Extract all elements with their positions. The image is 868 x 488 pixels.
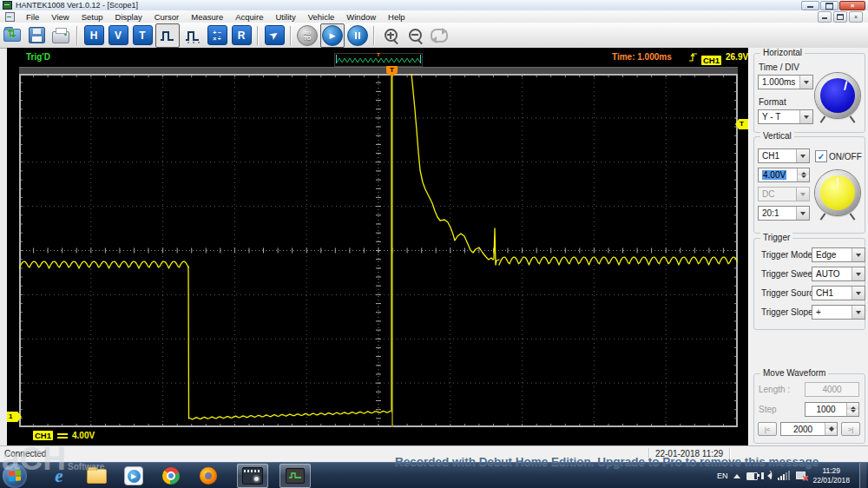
minimize-button[interactable]	[801, 1, 819, 10]
tray-clock[interactable]: 11:29 22/01/2018	[812, 466, 850, 485]
print-button[interactable]	[49, 24, 72, 47]
channel-badge: CH1	[701, 56, 721, 65]
mdi-minimize-button[interactable]	[818, 11, 832, 23]
step-label: Step	[759, 405, 777, 414]
onoff-checkbox[interactable]: ✓	[815, 150, 827, 162]
menu-item[interactable]: Vehicle	[302, 12, 341, 22]
chrome-icon	[162, 467, 180, 485]
trigger-row-select[interactable]: AUTO	[812, 267, 865, 281]
software-watermark: aCHSoftware	[2, 443, 104, 475]
dropdown-arrow-icon	[796, 188, 809, 201]
menu-item[interactable]: Cursor	[148, 12, 186, 22]
maximize-button[interactable]	[820, 1, 838, 10]
length-label: Length :	[759, 385, 790, 394]
vertical-knob[interactable]	[815, 170, 860, 215]
cursor-arrow-icon: ➤	[265, 25, 285, 45]
menu-item[interactable]: Help	[382, 12, 411, 22]
network-error-icon[interactable]: ✕	[796, 472, 806, 481]
trigger-row-select[interactable]: +	[812, 305, 865, 320]
trigger-row-select[interactable]: CH1	[812, 286, 865, 300]
math-button[interactable]: + −× ÷	[206, 24, 228, 47]
dc-coupling-icon	[57, 433, 68, 439]
vertical-setup-button[interactable]: V	[107, 24, 129, 47]
channel-badge: CH1	[33, 431, 53, 440]
timebase-readout: Time: 1.000ms	[612, 52, 672, 62]
time-div-select[interactable]: 1.000ms	[758, 75, 813, 89]
move-last-button[interactable]: >|	[841, 422, 860, 436]
menu-item[interactable]: File	[20, 12, 45, 22]
zoom-out-button[interactable]	[404, 24, 426, 47]
dropdown-arrow-icon	[852, 267, 865, 280]
position-spinner[interactable]: 2000	[780, 422, 838, 436]
close-icon: ×	[854, 14, 858, 20]
taskbar-item-hantek[interactable]	[279, 464, 311, 488]
trigger-setup-button[interactable]: T	[131, 24, 154, 47]
horizontal-setup-button[interactable]: H	[82, 24, 105, 47]
taskbar-item-chrome[interactable]	[158, 465, 184, 487]
taskbar-item-debut[interactable]	[237, 464, 268, 488]
onoff-label: ON/OFF	[829, 152, 862, 162]
tray-expand-icon[interactable]	[733, 471, 740, 478]
waveform-mode-button[interactable]	[155, 23, 180, 48]
dropdown-arrow-icon	[852, 287, 865, 300]
language-indicator[interactable]: EN	[717, 472, 728, 480]
scope-header: Trig'D T Time: 1.000ms CH1 26.9V	[7, 48, 748, 67]
waveform-preview[interactable]: T	[334, 53, 423, 67]
run-button[interactable]: ▶	[320, 23, 345, 48]
trigger-row: Trigger Source CH1	[761, 286, 865, 300]
pause-icon	[347, 25, 368, 46]
menu-item[interactable]: Setup	[76, 12, 109, 22]
step-spinner[interactable]: 1000	[805, 402, 859, 417]
taskbar-item-media-player[interactable]: ▶	[121, 465, 147, 487]
show-desktop-button[interactable]	[859, 463, 866, 488]
waveform-measure-button[interactable]	[181, 24, 204, 47]
minimize-icon	[822, 17, 827, 19]
square-wave-icon	[159, 28, 176, 43]
trigger-row: Trigger Mode Edge	[761, 247, 865, 262]
spinner-buttons[interactable]	[797, 168, 809, 181]
move-first-button[interactable]: |<	[758, 422, 777, 436]
trigger-position-ruler[interactable]	[19, 67, 738, 74]
reference-button[interactable]: R	[230, 24, 253, 47]
mdi-close-button[interactable]: ×	[849, 11, 863, 23]
probe-select[interactable]: 20:1	[758, 206, 810, 221]
hantek-app-icon	[286, 468, 305, 484]
spinner-buttons[interactable]	[825, 423, 837, 435]
mdi-restore-button[interactable]	[833, 11, 847, 23]
dropdown-arrow-icon	[799, 76, 812, 89]
channel-select[interactable]: CH1	[758, 148, 810, 163]
pause-button[interactable]	[346, 24, 369, 47]
preview-trigger-marker: T	[377, 52, 380, 57]
menu-item[interactable]: Acquire	[229, 12, 269, 22]
scale-spinner[interactable]: 4.00V	[758, 168, 810, 182]
trigger-row-select[interactable]: Edge	[812, 247, 865, 262]
close-button[interactable]: ×	[839, 1, 865, 10]
menu-item[interactable]: Display	[109, 12, 148, 22]
refresh-button[interactable]	[428, 24, 450, 47]
trigger-row-label: Trigger Slope	[761, 307, 813, 317]
horizontal-knob[interactable]	[815, 73, 860, 118]
menu-item[interactable]: Window	[340, 12, 382, 22]
toolbar-separator	[290, 26, 292, 45]
format-select[interactable]: Y - T	[758, 109, 813, 124]
taskbar-item-firefox[interactable]	[195, 465, 221, 487]
cursor-measure-button[interactable]: ➤	[263, 24, 286, 47]
speaker-icon[interactable]	[764, 472, 772, 479]
menu-item[interactable]: Utility	[269, 12, 301, 22]
menu-item[interactable]: Measure	[185, 12, 229, 22]
zoom-in-button[interactable]	[379, 24, 402, 47]
toolbar-separator	[76, 26, 78, 45]
spinner-buttons[interactable]	[846, 403, 858, 416]
trigger-row: Trigger Slope +	[761, 305, 865, 320]
save-button[interactable]	[25, 24, 48, 47]
dropdown-arrow-icon	[852, 248, 865, 261]
battery-icon[interactable]	[746, 472, 758, 480]
toolbar-separator	[257, 26, 259, 45]
menu-item[interactable]: View	[45, 12, 75, 22]
trigger-edge-icon	[688, 51, 699, 63]
firefox-icon	[200, 467, 217, 485]
signal-icon[interactable]	[778, 472, 790, 480]
autoset-button[interactable]: AUTO	[296, 24, 319, 47]
trigger-row-label: Trigger Mode	[761, 250, 812, 260]
open-button[interactable]	[1, 24, 23, 47]
